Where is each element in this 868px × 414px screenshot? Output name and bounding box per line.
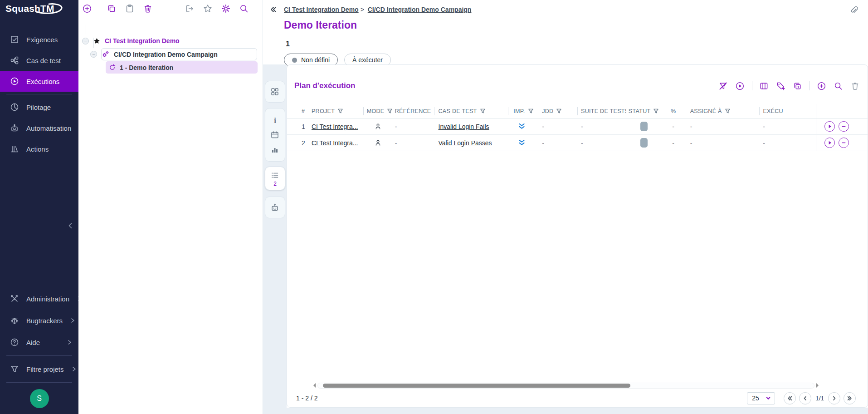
status-chip-icon[interactable] [640,122,648,131]
table-row[interactable]: 2 CI Test Integra... - Valid Login Passe… [287,135,868,151]
columns-button[interactable] [759,81,769,91]
filter-funnel-icon[interactable] [528,108,534,114]
sidebar-item-administration[interactable]: Administration [0,288,78,310]
tree-node-campaign[interactable]: − CI/CD Integration Demo Campaign [90,49,257,60]
attachments-button[interactable] [849,5,860,15]
page-size-select[interactable]: 25 [747,392,775,404]
collapse-node-handle[interactable]: − [82,38,89,44]
sidebar-item-exigences[interactable]: Exigences [0,29,78,50]
scrollbar-thumb[interactable] [323,384,630,388]
filter-funnel-icon[interactable] [556,108,562,114]
favorites-button[interactable] [203,4,213,14]
execution-plan-count-badge: 2 [273,181,277,187]
info-icon: i [274,116,276,125]
dashboard-grid-icon [270,87,279,96]
breadcrumb-link-project[interactable]: CI Test Integration Demo [284,6,359,13]
cell-actions [816,118,868,134]
add-test-case-button[interactable] [817,81,827,91]
page-size-value: 25 [752,394,759,402]
delete-rows-button[interactable] [850,81,860,91]
trash-icon [850,81,860,91]
filter-funnel-icon[interactable] [725,108,731,114]
toolbar-divider [809,81,810,90]
table-body: 1 CI Test Integra... - Invalid Login Fai… [287,118,868,151]
add-tag-button[interactable] [776,81,786,91]
app-logo[interactable]: SquashTM [0,0,78,17]
main-content: CI Test Integration Demo> CI/CD Integrat… [263,0,868,414]
scroll-left-arrow[interactable] [313,383,316,388]
test-case-tree-icon [10,56,19,65]
run-all-button[interactable] [735,81,745,91]
run-row-button[interactable] [824,138,835,148]
sidebar-item-aide[interactable]: Aide [0,331,78,353]
search-table-button[interactable] [834,81,844,91]
sidebar-item-filtre-projets[interactable]: Filtre projets [0,358,78,380]
cell-num: 2 [298,135,312,151]
pie-chart-icon [10,103,19,112]
last-page-button[interactable] [844,392,856,404]
filter-funnel-icon[interactable] [337,108,343,114]
clear-filter-button[interactable] [718,81,728,91]
sidebar-item-pilotage[interactable]: Pilotage [0,97,78,118]
iteration-refresh-icon [108,64,116,71]
table-row[interactable]: 1 CI Test Integra... - Invalid Login Fai… [287,118,868,135]
remove-row-button[interactable] [839,121,849,132]
next-page-button[interactable] [828,392,840,404]
tree-settings-button[interactable] [221,4,231,14]
statistics-tab-button[interactable] [270,144,280,154]
cell-actions [816,135,868,151]
information-tab-button[interactable]: i [270,115,280,125]
sidebar-collapse-button[interactable] [67,221,77,231]
sidebar-item-cas-de-test[interactable]: Cas de test [0,50,78,71]
execution-plan-tab-button[interactable] [270,170,280,180]
previous-page-button[interactable] [799,392,811,404]
sidebar-item-bugtrackers[interactable]: Bugtrackers [0,310,78,331]
sidebar-item-label: Exécutions [26,78,72,85]
tree-node-project[interactable]: − CI Test Integration Demo [82,35,180,46]
collapse-node-handle[interactable]: − [90,51,97,58]
remove-row-button[interactable] [839,138,849,148]
automation-tab-button[interactable] [270,202,280,212]
chevron-right-icon [70,318,75,323]
sidebar-item-actions[interactable]: Actions [0,138,78,159]
filter-funnel-icon[interactable] [387,108,393,114]
copy-node-button[interactable] [107,4,117,14]
breadcrumb-link-campaign[interactable]: CI/CD Integration Demo Campaign [368,6,472,13]
scroll-right-arrow[interactable] [816,383,819,388]
tools-icon [10,294,19,303]
dashboard-tab-button[interactable] [270,87,280,97]
paste-node-button[interactable] [125,4,135,14]
user-avatar-box: S [0,385,78,412]
robot-icon [270,203,279,212]
user-avatar[interactable]: S [30,389,49,408]
delete-node-button[interactable] [143,4,153,14]
cell-suite: - [577,135,626,151]
campaign-gears-icon [102,50,109,58]
clipboard-icon [125,4,135,14]
project-link[interactable]: CI Test Integra... [312,139,358,147]
trash-icon [143,4,153,14]
test-case-link[interactable]: Valid Login Passes [439,139,492,147]
status-dot-icon [292,58,297,63]
status-chip-icon[interactable] [640,138,648,148]
tag-plus-icon [776,81,785,91]
tree-node-iteration[interactable]: 1 - Demo Iteration [108,62,173,73]
first-page-button[interactable] [784,392,796,404]
sidebar-item-executions[interactable]: Exécutions [0,71,78,92]
filter-funnel-icon[interactable] [480,108,486,114]
project-link[interactable]: CI Test Integra... [312,123,358,130]
collapse-tree-button[interactable] [269,4,281,15]
planning-tab-button[interactable] [270,130,280,140]
test-case-link[interactable]: Invalid Login Fails [439,123,489,130]
scrollbar-track[interactable] [317,383,814,389]
run-row-button[interactable] [824,121,835,132]
tree-search-button[interactable] [239,4,249,14]
column-header-mode: MODE [363,104,393,118]
filter-funnel-icon[interactable] [653,108,659,114]
column-header-cas-de-test: CAS DE TEST [434,104,508,118]
add-node-button[interactable] [82,4,92,14]
calendar-icon [270,130,279,139]
export-button[interactable] [185,4,195,14]
mass-edit-button[interactable] [793,81,803,91]
sidebar-item-automatisation[interactable]: Automatisation [0,118,78,138]
